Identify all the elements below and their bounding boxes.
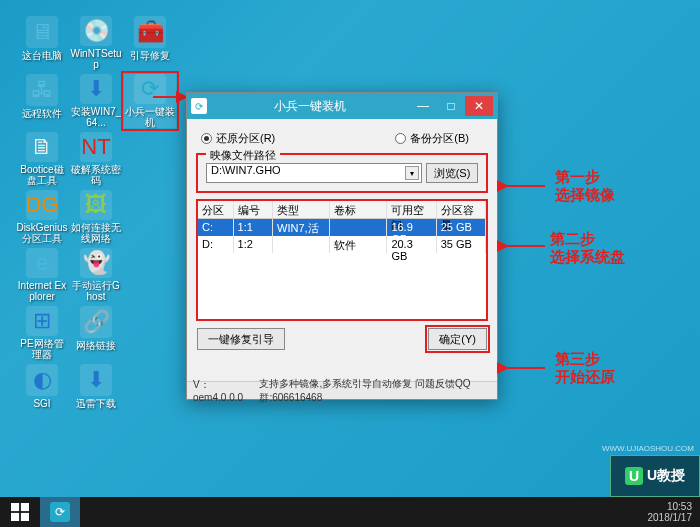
table-row[interactable]: C:1:1WIN7,活动16.9 GB25 GB: [198, 219, 486, 236]
icon-label: SGI: [33, 398, 50, 409]
start-button[interactable]: [0, 497, 40, 527]
icon-label: DiskGenius分区工具: [16, 222, 68, 244]
watermark-icon: U: [625, 467, 643, 485]
taskbar-app-installer[interactable]: ⟳: [40, 497, 80, 527]
icon-label: 迅雷下载: [76, 398, 116, 409]
desktop-icon-远程软件[interactable]: 🖧远程软件: [16, 74, 68, 128]
desktop-icon-PE网络管理器[interactable]: ⊞PE网络管理器: [16, 306, 68, 360]
desktop-icon-迅雷下载[interactable]: ⬇迅雷下载: [70, 364, 122, 418]
icon-label: 这台电脑: [22, 50, 62, 61]
app-icon: ⬇: [80, 364, 112, 396]
svg-rect-1: [21, 503, 29, 511]
radio-restore[interactable]: 还原分区(R): [201, 131, 275, 146]
arrow-step3: [500, 360, 550, 378]
svg-rect-2: [11, 513, 19, 521]
version-label: V：oem4.0.0.0: [193, 378, 249, 403]
desktop-icon-DiskGenius分区工具[interactable]: DGDiskGenius分区工具: [16, 190, 68, 244]
chevron-down-icon[interactable]: ▾: [405, 166, 419, 180]
desktop-icon-Internet Explorer[interactable]: eInternet Explorer: [16, 248, 68, 302]
desktop-icon-引导修复[interactable]: 🧰引导修复: [124, 16, 176, 70]
app-icon: 🧰: [134, 16, 166, 48]
icon-label: WinNTSetup: [70, 48, 122, 70]
icon-label: 网络链接: [76, 340, 116, 351]
callout-step3: 第三步开始还原: [555, 350, 615, 386]
table-row[interactable]: D:1:2软件20.3 GB35 GB: [198, 236, 486, 253]
icon-label: Bootice磁盘工具: [16, 164, 68, 186]
app-icon: 👻: [80, 248, 112, 278]
arrow-step2: [500, 238, 550, 256]
desktop-icon-Bootice磁盘工具[interactable]: 🗎Bootice磁盘工具: [16, 132, 68, 186]
svg-rect-0: [11, 503, 19, 511]
svg-rect-3: [21, 513, 29, 521]
icon-label: PE网络管理器: [16, 338, 68, 360]
callout-step1: 第一步选择镜像: [555, 168, 615, 204]
arrow-step1: [500, 178, 550, 196]
callout-step2: 第二步选择系统盘: [550, 230, 625, 266]
app-icon: ⟳: [191, 98, 207, 114]
app-icon: NT: [80, 132, 112, 162]
system-tray[interactable]: 10:53 2018/1/17: [640, 501, 701, 523]
icon-label: 引导修复: [130, 50, 170, 61]
repair-boot-button[interactable]: 一键修复引导: [197, 328, 285, 350]
watermark-logo: U U教授: [610, 455, 700, 497]
watermark-url: WWW.UJIAOSHOU.COM: [602, 444, 694, 453]
table-header: 分区 编号 类型 卷标 可用空间 分区容量: [198, 201, 486, 219]
group-label: 映像文件路径: [206, 148, 280, 163]
titlebar[interactable]: ⟳ 小兵一键装机 — □ ✕: [187, 93, 497, 119]
icon-label: 手动运行Ghost: [70, 280, 122, 302]
radio-icon: [395, 133, 406, 144]
desktop-icon-如何连接无线网络[interactable]: 🖼如何连接无线网络: [70, 190, 122, 244]
close-button[interactable]: ✕: [465, 96, 493, 116]
windows-icon: [11, 503, 29, 521]
desktop-icon-破解系统密码[interactable]: NT破解系统密码: [70, 132, 122, 186]
radio-icon: [201, 133, 212, 144]
desktop-icon-这台电脑[interactable]: 🖥这台电脑: [16, 16, 68, 70]
app-icon: 🗎: [26, 132, 58, 162]
app-icon: 🖧: [26, 74, 58, 106]
status-message: 支持多种镜像,多系统引导自动修复 问题反馈QQ群:606616468: [259, 377, 491, 405]
app-icon: ⊞: [26, 306, 58, 336]
icon-label: 安装WIN7_64...: [70, 106, 122, 128]
desktop-icon-WinNTSetup[interactable]: 💿WinNTSetup: [70, 16, 122, 70]
app-icon: e: [26, 248, 58, 278]
desktop: 🖥这台电脑💿WinNTSetup🧰引导修复🖧远程软件⬇安装WIN7_64...⟳…: [0, 0, 700, 527]
icon-label: 远程软件: [22, 108, 62, 119]
icon-label: 破解系统密码: [70, 164, 122, 186]
installer-dialog: ⟳ 小兵一键装机 — □ ✕ 还原分区(R) 备份分区(B) 映像文件路径 D:…: [186, 92, 498, 400]
icon-label: 如何连接无线网络: [70, 222, 122, 244]
tray-time: 10:53: [648, 501, 693, 512]
browse-button[interactable]: 浏览(S): [426, 163, 478, 183]
app-icon: ⬇: [80, 74, 112, 104]
app-icon: 🔗: [80, 306, 112, 338]
ok-button[interactable]: 确定(Y): [428, 328, 487, 350]
taskbar[interactable]: ⟳ 10:53 2018/1/17: [0, 497, 700, 527]
icon-label: Internet Explorer: [16, 280, 68, 302]
tray-date: 2018/1/17: [648, 512, 693, 523]
partition-table[interactable]: 分区 编号 类型 卷标 可用空间 分区容量 C:1:1WIN7,活动16.9 G…: [197, 200, 487, 320]
minimize-button[interactable]: —: [409, 96, 437, 116]
radio-backup[interactable]: 备份分区(B): [395, 131, 469, 146]
app-icon: 🖼: [80, 190, 112, 220]
window-title: 小兵一键装机: [211, 98, 409, 115]
desktop-icon-网络链接[interactable]: 🔗网络链接: [70, 306, 122, 360]
desktop-icon-手动运行Ghost[interactable]: 👻手动运行Ghost: [70, 248, 122, 302]
maximize-button[interactable]: □: [437, 96, 465, 116]
desktop-icon-安装WIN7_64...[interactable]: ⬇安装WIN7_64...: [70, 74, 122, 128]
dialog-body: 还原分区(R) 备份分区(B) 映像文件路径 D:\WIN7.GHO ▾ 浏览(…: [187, 119, 497, 381]
image-path-input[interactable]: D:\WIN7.GHO ▾: [206, 163, 422, 183]
image-path-group: 映像文件路径 D:\WIN7.GHO ▾ 浏览(S): [197, 154, 487, 192]
desktop-icon-SGI[interactable]: ◐SGI: [16, 364, 68, 418]
app-icon: ◐: [26, 364, 58, 396]
app-icon: 💿: [80, 16, 112, 46]
app-icon: DG: [26, 190, 58, 220]
app-icon: ⟳: [50, 502, 70, 522]
app-icon: 🖥: [26, 16, 58, 48]
status-bar: V：oem4.0.0.0 支持多种镜像,多系统引导自动修复 问题反馈QQ群:60…: [187, 381, 497, 399]
